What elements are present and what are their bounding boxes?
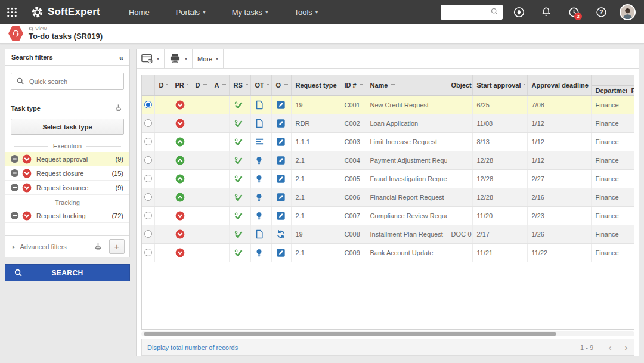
table-row[interactable]: 2.1C004Payment Adjustment Request12/281/…: [142, 151, 634, 169]
print-button[interactable]: [169, 54, 181, 64]
add-filter-button[interactable]: +: [109, 239, 125, 254]
table-row[interactable]: 2.1C007Compliance Review Request11/202/2…: [142, 206, 634, 225]
column-header-approval-deadline[interactable]: Approval deadline: [527, 75, 591, 95]
edit-icon[interactable]: [276, 137, 286, 147]
sort-icon[interactable]: [203, 83, 207, 88]
cell-a: [210, 225, 229, 243]
task-type-count: (15): [112, 170, 123, 177]
edit-icon[interactable]: [276, 248, 286, 257]
row-radio-button[interactable]: [144, 138, 152, 145]
column-header-name[interactable]: Name: [366, 75, 447, 95]
advanced-filters-label[interactable]: Advanced filters: [20, 243, 67, 250]
minus-circle-icon[interactable]: [10, 169, 20, 178]
sort-icon[interactable]: [360, 83, 363, 88]
search-button[interactable]: SEARCH: [5, 264, 130, 281]
expand-triangle-icon[interactable]: ▸: [13, 244, 16, 250]
table-row[interactable]: 19C008Installment Plan RequestDOC-012/17…: [142, 225, 634, 243]
column-header-request-type[interactable]: Request type: [291, 75, 340, 95]
horizontal-scrollbar-thumb[interactable]: [144, 332, 556, 336]
row-radio-button[interactable]: [144, 193, 152, 201]
print-dropdown[interactable]: ▾: [185, 56, 187, 61]
edit-icon[interactable]: [276, 119, 286, 128]
pagination-range: 1 - 9: [580, 344, 602, 351]
column-header-object[interactable]: Object: [447, 75, 472, 95]
previous-page-button[interactable]: ‹: [602, 339, 618, 355]
nav-item-home[interactable]: Home: [116, 0, 163, 24]
explore-button[interactable]: [507, 0, 530, 24]
nav-item-my-tasks[interactable]: My tasks▾: [219, 0, 281, 24]
minus-circle-icon[interactable]: [10, 154, 20, 164]
task-type-item[interactable]: Request approval(9): [5, 152, 129, 166]
search-icon[interactable]: [490, 7, 500, 17]
column-header-start-approval[interactable]: Start approval: [472, 75, 527, 95]
minus-circle-icon[interactable]: [10, 183, 20, 193]
column-header-d[interactable]: D: [191, 75, 210, 95]
next-page-button[interactable]: ›: [618, 339, 634, 355]
table-row[interactable]: 2.1C009Bank Account Update11/2111/22Fina…: [142, 243, 634, 262]
nav-item-portals[interactable]: Portals▾: [163, 0, 219, 24]
row-radio-button[interactable]: [144, 101, 152, 108]
edit-icon[interactable]: [276, 156, 286, 165]
brand-logo[interactable]: SoftExpert: [31, 6, 100, 18]
help-button[interactable]: ?: [590, 0, 612, 24]
table-row[interactable]: RDRC002Loan Application11/081/12Finance: [142, 114, 634, 132]
sort-icon[interactable]: [267, 83, 269, 88]
task-type-item[interactable]: Request closure(15): [5, 166, 129, 181]
user-avatar[interactable]: [620, 4, 636, 20]
pending-tasks-button[interactable]: 2: [562, 0, 585, 24]
table-row[interactable]: 19C001New Credit Request6/257/08Finance: [142, 95, 634, 114]
table-row[interactable]: 2.1C005Fraud Investigation Request12/282…: [142, 169, 634, 188]
sort-icon[interactable]: [284, 83, 288, 88]
sort-icon[interactable]: [187, 83, 188, 88]
edit-icon[interactable]: [276, 193, 286, 202]
column-header-pe[interactable]: Pe: [627, 85, 634, 95]
column-header-rs[interactable]: RS: [229, 75, 250, 95]
apps-grid-button[interactable]: [0, 0, 24, 24]
column-header-d[interactable]: D: [154, 75, 171, 95]
view-data-dropdown[interactable]: ▾: [157, 56, 159, 61]
column-header-ot[interactable]: OT: [250, 75, 271, 95]
clear-advanced-filters-broom-icon[interactable]: [94, 242, 103, 252]
minus-circle-icon[interactable]: [10, 211, 20, 221]
table-row[interactable]: 1.1.1C003Limit Increase Request8/131/12F…: [142, 132, 634, 151]
edit-icon[interactable]: [276, 211, 286, 221]
more-button[interactable]: More ▾: [197, 55, 218, 63]
view-data-button[interactable]: [141, 54, 153, 64]
cell-id: C003: [340, 132, 366, 151]
priority-down-icon: [22, 154, 32, 164]
row-radio-button[interactable]: [144, 249, 152, 256]
nav-item-tools[interactable]: Tools▾: [281, 0, 331, 24]
edit-icon[interactable]: [276, 100, 286, 110]
column-header-id-[interactable]: ID #: [340, 75, 366, 95]
edit-icon[interactable]: [276, 174, 286, 184]
row-radio-button[interactable]: [144, 175, 152, 182]
refresh-icon[interactable]: [276, 229, 286, 239]
task-type-item[interactable]: Request issuance(9): [5, 181, 129, 195]
printer-icon: [169, 54, 181, 64]
row-radio-button[interactable]: [144, 230, 152, 238]
table-row[interactable]: 2.1C006Financial Report Request12/282/16…: [142, 188, 634, 206]
select-task-type-button[interactable]: Select task type: [11, 119, 124, 135]
quick-search-input[interactable]: [29, 78, 123, 85]
column-header-department[interactable]: Department: [591, 85, 627, 95]
sort-icon[interactable]: [246, 83, 248, 88]
row-radio-button[interactable]: [144, 156, 152, 164]
notifications-button[interactable]: [535, 0, 558, 24]
global-search-input[interactable]: [441, 6, 490, 18]
row-radio-button[interactable]: [144, 212, 152, 219]
column-header-pr[interactable]: PR: [171, 75, 191, 95]
row-radio-button[interactable]: [144, 119, 152, 127]
cell-d: [154, 114, 171, 132]
sort-icon[interactable]: [166, 83, 168, 88]
task-type-item[interactable]: Request tracking(72): [5, 209, 129, 223]
sort-icon[interactable]: [391, 83, 395, 88]
priority-down-icon: [22, 169, 32, 178]
sort-icon[interactable]: [222, 83, 226, 88]
sort-icon[interactable]: [524, 83, 524, 88]
column-header-o[interactable]: O: [271, 75, 291, 95]
display-total-records-link[interactable]: Display total number of records: [142, 344, 238, 351]
clear-filter-broom-icon[interactable]: [114, 104, 123, 113]
column-header-a[interactable]: A: [210, 75, 229, 95]
cell-request-type: 19: [291, 95, 340, 114]
collapse-sidebar-icon[interactable]: «: [119, 53, 123, 62]
